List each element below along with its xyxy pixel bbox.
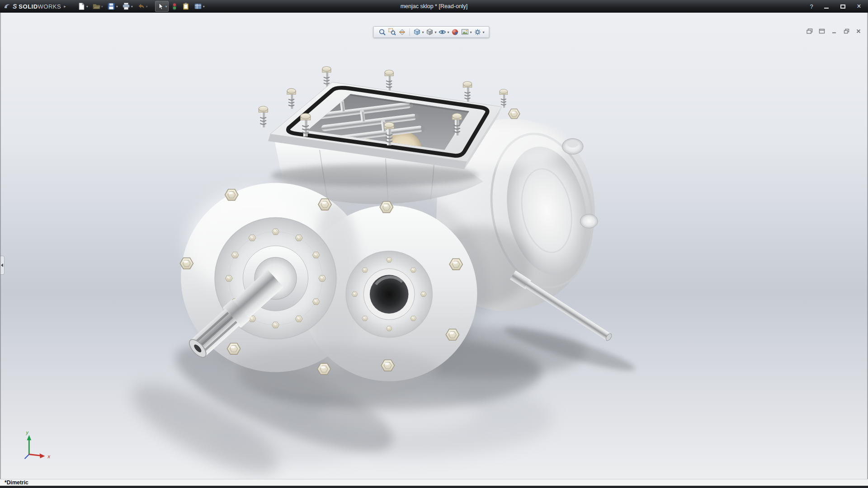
heads-up-toolbar: ▾ ▾ ▾ ▾ [373,26,489,38]
hide-show-items-button[interactable]: ▾ [438,28,449,37]
view-settings-gear-icon [474,28,482,36]
save-button[interactable]: ▾ [106,1,119,12]
collapse-arrow-icon [1,263,3,267]
dropdown-arrow-icon[interactable]: ▾ [86,5,88,9]
side-cover-opening[interactable] [346,251,432,338]
window-title: menjac sklop * [Read-only] [136,0,732,13]
undo-arrow-icon [137,2,145,10]
new-document-icon [77,2,85,10]
print-icon [122,2,130,10]
dropdown-arrow-icon[interactable]: ▾ [203,5,205,9]
view-orientation-cube-icon [413,28,421,36]
triad-x-label: x [47,453,51,459]
new-window-icon [819,28,825,34]
maximize-icon [840,5,845,9]
document-window-controls [805,27,863,35]
undo-button[interactable]: ▾ [136,1,149,12]
cascade-window-icon [807,28,813,34]
zoom-to-fit-button[interactable] [377,28,387,37]
view-orientation-button[interactable]: ▾ [412,28,424,37]
dropdown-arrow-icon[interactable]: ▾ [146,5,148,9]
minimize-icon [824,8,829,9]
dropdown-arrow-icon[interactable]: ▾ [422,30,424,34]
title-bar: S SOLIDWORKS ▸ ▾ ▾ ▾ [0,0,868,13]
print-button[interactable]: ▾ [121,1,134,12]
graphics-area[interactable]: x y [0,13,868,479]
dassault-swirl-icon [4,3,11,10]
minimize-button[interactable] [821,2,832,10]
open-folder-icon [92,2,100,10]
new-document-button[interactable]: ▾ [76,1,90,12]
hide-show-eye-icon [438,28,446,36]
maximize-button[interactable] [837,2,848,10]
dropdown-arrow-icon[interactable]: ▾ [101,5,103,9]
close-icon: × [857,3,861,9]
close-document-icon [856,28,861,34]
status-bar: *Dimetric [0,479,868,486]
rebuild-button[interactable] [170,1,179,12]
orientation-triad: x y [25,430,51,460]
open-button[interactable]: ▾ [91,1,104,12]
clipboard-icon [182,2,190,10]
dropdown-arrow-icon[interactable]: ▾ [483,30,485,34]
rebuild-stoplight-icon [171,2,178,10]
zoom-to-area-icon [388,28,396,36]
menu-expand-icon[interactable]: ▸ [64,4,66,9]
minimize-document-icon [831,28,837,34]
select-button[interactable]: ▾ [155,1,169,12]
new-window-button[interactable] [817,27,827,35]
edit-appearance-button[interactable] [451,28,460,37]
apply-scene-button[interactable]: ▾ [461,28,472,37]
close-document-button[interactable] [854,27,863,35]
section-view-icon [398,28,406,36]
main-toolbar: ▾ ▾ ▾ ▾ ▾ [76,1,206,12]
display-style-icon [425,28,434,36]
dropdown-arrow-icon[interactable]: ▾ [470,30,472,34]
section-view-button[interactable] [397,28,406,37]
close-button[interactable]: × [854,2,864,10]
restore-document-button[interactable] [841,27,851,35]
display-style-button[interactable]: ▾ [425,28,437,37]
dropdown-arrow-icon[interactable]: ▾ [434,30,436,34]
zoom-to-area-button[interactable] [387,28,396,37]
zoom-to-fit-icon [378,28,386,36]
view-orientation-label: *Dimetric [5,479,28,486]
solidworks-logo: S SOLIDWORKS ▸ [0,3,70,10]
dropdown-arrow-icon[interactable]: ▾ [447,30,449,34]
dropdown-arrow-icon[interactable]: ▾ [165,5,167,9]
appearance-ball-icon [451,28,459,36]
apply-scene-icon [461,28,469,36]
dropdown-arrow-icon[interactable]: ▾ [116,5,118,9]
minimize-document-button[interactable] [829,27,839,35]
bottom-window-edge [0,486,868,488]
dropdown-arrow-icon[interactable]: ▾ [131,5,133,9]
select-cursor-icon [156,2,165,10]
cascade-window-button[interactable] [805,27,815,35]
window-edge-left [0,13,1,488]
brand-mark: S [13,3,17,10]
triad-y-label: y [25,430,28,435]
restore-document-icon [844,28,849,34]
options-icon [194,2,202,10]
brand-name: SOLIDWORKS [19,3,61,10]
toolbar-separator [409,28,410,36]
options-button[interactable]: ▾ [193,1,206,12]
gearbox-model[interactable]: x y [0,13,868,479]
save-floppy-icon [107,2,115,10]
help-button[interactable]: ? [807,3,816,10]
file-properties-button[interactable] [180,1,191,12]
view-settings-button[interactable]: ▾ [473,28,485,37]
